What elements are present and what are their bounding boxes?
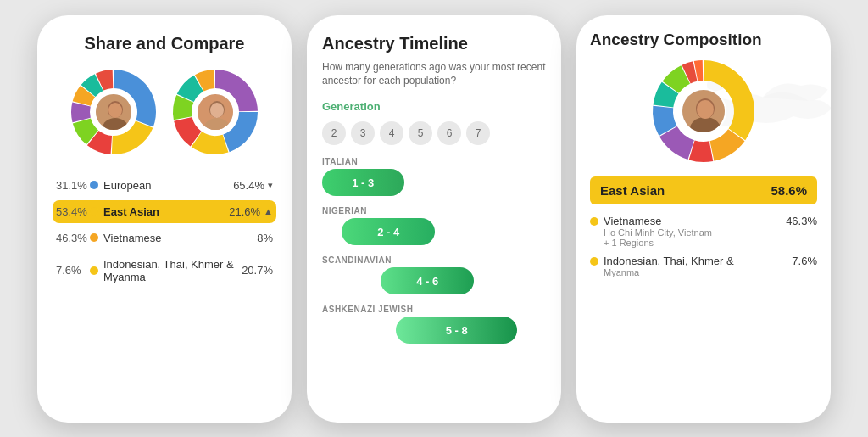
comp-sub: Ho Chi Minh City, Vietnam xyxy=(604,227,786,238)
stat-row: 7.6% Indonesian, Thai, Khmer & Myanma 20… xyxy=(53,253,276,289)
donut3-wrap xyxy=(648,56,759,166)
stat-dot xyxy=(90,266,98,275)
timeline-pop-label: SCANDINAVIAN xyxy=(322,255,546,265)
stat-row: 31.1% European 65.4% ▾ xyxy=(53,174,276,197)
stat-dot xyxy=(90,233,98,242)
stats-list: 31.1% European 65.4% ▾ 53.4% East Asian … xyxy=(53,174,276,409)
stat-label: Vietnamese xyxy=(103,232,241,244)
stat-pct-right: 20.7% xyxy=(241,264,273,277)
timeline-item: ASHKENAZI JEWISH 5 - 8 xyxy=(322,305,546,344)
comp-details: Vietnamese Ho Chi Minh City, Vietnam + 1… xyxy=(590,215,817,284)
comp-dot xyxy=(590,217,598,226)
timeline-bar-wrap: 4 - 6 xyxy=(322,267,517,294)
comp-sub: Myanma xyxy=(604,267,792,277)
stat-label: European xyxy=(103,179,232,192)
east-asian-label: East Asian xyxy=(600,183,665,198)
stat-label: Indonesian, Thai, Khmer & Myanma xyxy=(103,258,241,283)
comp-dot xyxy=(590,257,598,266)
comp-detail-row: Vietnamese Ho Chi Minh City, Vietnam + 1… xyxy=(590,215,817,248)
phone-ancestry-timeline: Ancestry Timeline How many generations a… xyxy=(307,15,561,423)
stat-pct-right: 8% xyxy=(241,232,273,244)
timeline-bar: 2 - 4 xyxy=(342,218,435,245)
gen-num: 5 xyxy=(409,121,432,145)
timeline-list: ITALIAN 1 - 3 NIGERIAN 2 - 4 SCANDINAVIA… xyxy=(322,157,546,354)
timeline-item: SCANDINAVIAN 4 - 6 xyxy=(322,255,546,294)
timeline-bar-wrap: 2 - 4 xyxy=(322,218,517,245)
gen-num: 6 xyxy=(437,121,461,145)
avatar2 xyxy=(196,92,235,132)
timeline-bar: 1 - 3 xyxy=(322,169,404,196)
east-asian-pct: 58.6% xyxy=(771,183,807,198)
timeline-bar: 5 - 8 xyxy=(396,317,517,344)
stat-pct-left: 46.3% xyxy=(56,232,88,244)
stat-row: 53.4% East Asian 21.6% ▲ xyxy=(53,200,276,223)
stat-chevron: ▾ xyxy=(268,180,273,191)
gen-num: 7 xyxy=(466,121,490,145)
comp-info: Indonesian, Thai, Khmer & Myanma xyxy=(604,255,792,277)
comp-pct: 7.6% xyxy=(792,255,817,267)
phones-container: Share and Compare xyxy=(0,0,868,437)
timeline-bar-wrap: 1 - 3 xyxy=(322,169,517,196)
gen-numbers: 234567 xyxy=(322,121,546,145)
comp-info: Vietnamese Ho Chi Minh City, Vietnam + 1… xyxy=(604,215,786,248)
phone2-subtitle: How many generations ago was your most r… xyxy=(322,60,546,89)
stat-chevron: ▲ xyxy=(264,206,273,216)
gen-num: 4 xyxy=(380,121,403,145)
phone-share-compare: Share and Compare xyxy=(37,15,292,423)
phone2-title: Ancestry Timeline xyxy=(322,34,546,53)
avatar1 xyxy=(94,92,133,132)
stat-dot xyxy=(90,181,98,189)
comp-name: Indonesian, Thai, Khmer & xyxy=(604,255,792,267)
stat-row: 46.3% Vietnamese 8% xyxy=(53,227,276,249)
comp-detail: Vietnamese Ho Chi Minh City, Vietnam + 1… xyxy=(590,215,817,248)
timeline-pop-label: ITALIAN xyxy=(322,157,546,166)
comp-detail-row: Indonesian, Thai, Khmer & Myanma 7.6% xyxy=(590,255,817,277)
timeline-pop-label: NIGERIAN xyxy=(322,206,546,216)
stat-pct-left: 31.1% xyxy=(56,179,88,192)
stat-pct-left: 7.6% xyxy=(56,264,88,277)
timeline-pop-label: ASHKENAZI JEWISH xyxy=(322,305,546,314)
donut1 xyxy=(67,65,160,159)
stat-pct-left: 53.4% xyxy=(56,205,88,218)
svg-point-11 xyxy=(697,100,714,119)
timeline-item: NIGERIAN 2 - 4 xyxy=(322,206,546,245)
east-asian-bar: East Asian 58.6% xyxy=(590,176,817,204)
generation-label: Generation xyxy=(322,100,546,113)
svg-point-7 xyxy=(210,103,224,118)
donut-row xyxy=(53,65,276,159)
stat-label: East Asian xyxy=(103,205,228,218)
donut2 xyxy=(169,65,262,159)
avatar3 xyxy=(681,88,726,134)
timeline-item: ITALIAN 1 - 3 xyxy=(322,157,546,196)
timeline-bar-wrap: 5 - 8 xyxy=(322,317,517,344)
timeline-bar: 4 - 6 xyxy=(381,267,474,294)
comp-detail: Indonesian, Thai, Khmer & Myanma 7.6% xyxy=(590,255,817,277)
stat-pct-right: 21.6% xyxy=(228,205,260,218)
stat-dot xyxy=(90,207,98,216)
comp-name: Vietnamese xyxy=(604,215,786,227)
svg-point-3 xyxy=(108,103,122,118)
comp-sub2: + 1 Regions xyxy=(604,238,786,248)
comp-pct: 46.3% xyxy=(786,215,817,227)
phone3-title: Ancestry Composition xyxy=(590,31,817,49)
gen-num: 3 xyxy=(351,121,375,145)
gen-num: 2 xyxy=(322,121,346,145)
stat-pct-right: 65.4% xyxy=(232,179,264,192)
donut-composition xyxy=(590,56,817,166)
phone1-title: Share and Compare xyxy=(53,34,276,53)
phone-ancestry-composition: Ancestry Composition xyxy=(576,15,831,423)
